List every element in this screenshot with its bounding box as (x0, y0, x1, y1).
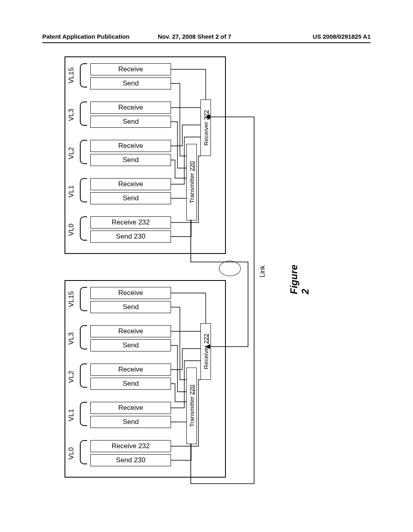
send-box: Send (90, 154, 171, 166)
receive-box: Receive 232 (90, 216, 171, 229)
brace-icon (80, 440, 87, 464)
vl-label-vl0-bot: VL0 (67, 447, 75, 460)
brace-icon (80, 102, 87, 126)
receive-box: Receive (90, 364, 171, 376)
transmitter-label: Transmitter 220 (188, 161, 195, 204)
receiver-box-bot: Receiver 222 (200, 323, 211, 380)
transmitter-text: Transmitter (188, 397, 195, 427)
transmitter-ref: 220 (188, 161, 195, 171)
receive-box: Receive (90, 402, 171, 414)
arrowhead-icon (205, 344, 210, 349)
send-box: Send (90, 416, 171, 428)
vl-label-vl15-bot: VL15 (67, 293, 75, 307)
vl-label-vl15-top: VL15 (67, 70, 75, 83)
send-box: Send (90, 77, 171, 89)
receiver-ref: 222 (202, 334, 209, 344)
receive-box: Receive (90, 287, 171, 299)
receiver-label: Receiver 222 (202, 334, 209, 369)
brace-icon (80, 402, 87, 426)
receive-box: Receive (90, 325, 171, 337)
send-box: Send (90, 378, 171, 390)
receiver-box-top: Receiver 222 (200, 100, 211, 156)
vl-label-vl2-top: VL2 (67, 146, 75, 160)
transmitter-text: Transmitter (188, 173, 195, 203)
send-box: Send (90, 192, 171, 204)
send-box: Send 230 (90, 454, 171, 466)
brace-icon (80, 178, 87, 202)
send-box: Send (90, 301, 171, 313)
header: Patent Application Publication Nov. 27, … (42, 33, 371, 40)
header-right: US 2008/0291825 A1 (313, 33, 371, 40)
chip-top: VL15 Receive Send VL3 Receive Send VL2 R… (65, 56, 226, 254)
page: Patent Application Publication Nov. 27, … (0, 0, 413, 532)
brace-icon (80, 287, 87, 311)
receive-box: Receive (90, 178, 171, 190)
brace-icon (80, 63, 87, 87)
vl-label-vl0-top: VL0 (67, 223, 75, 237)
receive0-text: Receive 232 (112, 218, 150, 226)
receive0-text: Receive 232 (112, 442, 150, 450)
receive-box: Receive (90, 102, 171, 114)
header-left: Patent Application Publication (42, 33, 129, 40)
chip-bottom: VL15 Receive Send VL3 Receive Send VL2 R… (65, 280, 226, 478)
vl-label-vl2-bot: VL2 (67, 370, 75, 384)
send-box: Send 230 (90, 231, 171, 243)
transmitter-box-top: Transmitter 220 (186, 144, 197, 220)
receiver-text: Receiver (202, 122, 209, 145)
transmitter-label: Transmitter 220 (188, 385, 195, 427)
link-ellipse-icon (219, 261, 241, 276)
arrowhead-icon (205, 114, 210, 119)
receive-box: Receive (90, 140, 171, 152)
header-center: Nov. 27, 2008 Sheet 2 of 7 (158, 33, 313, 40)
receive-box: Receive 232 (90, 440, 171, 452)
transmitter-box-bot: Transmitter 220 (186, 368, 197, 444)
receive-box: Receive (90, 63, 171, 75)
transmitter-ref: 220 (188, 385, 195, 395)
send0-text: Send 230 (116, 456, 146, 464)
header-rule (42, 42, 371, 43)
vl-label-vl1-bot: VL1 (67, 408, 75, 422)
vl-label-vl1-top: VL1 (67, 185, 75, 198)
vl-label-vl3-top: VL3 (67, 108, 75, 122)
send0-text: Send 230 (116, 233, 146, 240)
send-box: Send (90, 339, 171, 351)
vl-label-vl3-bot: VL3 (67, 332, 75, 345)
brace-icon (80, 140, 87, 164)
brace-icon (80, 216, 87, 241)
link-label: Link (259, 266, 266, 277)
brace-icon (80, 325, 87, 349)
figure-label: Figure 2 (288, 265, 311, 294)
send-box: Send (90, 116, 171, 128)
diagram: VL15 Receive Send VL3 Receive Send VL2 R… (65, 56, 266, 498)
brace-icon (80, 364, 87, 388)
